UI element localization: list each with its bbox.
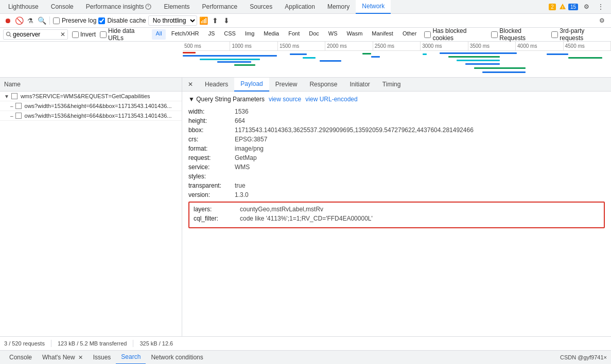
disable-cache-input[interactable] bbox=[98, 17, 105, 24]
tab-memory[interactable]: Memory bbox=[321, 0, 356, 14]
timeline-bar-9 bbox=[362, 53, 371, 54]
tab-payload[interactable]: Payload bbox=[234, 78, 269, 92]
tab-response[interactable]: Response bbox=[303, 78, 343, 92]
tick-3500: 3500 ms bbox=[468, 42, 516, 50]
tab-preview[interactable]: Preview bbox=[269, 78, 304, 92]
tab-timing[interactable]: Timing bbox=[376, 78, 407, 92]
filter-all-button[interactable]: All bbox=[152, 29, 165, 40]
bottom-tab-whats-new[interactable]: What's New ✕ bbox=[37, 351, 88, 365]
param-height-val: 664 bbox=[235, 117, 245, 124]
tab-network[interactable]: Network bbox=[356, 0, 391, 14]
tab-console[interactable]: Console bbox=[45, 0, 80, 14]
tick-4500: 4500 ms bbox=[564, 42, 611, 50]
filter-media[interactable]: Media bbox=[260, 29, 283, 40]
view-source-link[interactable]: view source bbox=[269, 96, 301, 103]
name-column-header: Name bbox=[4, 81, 21, 88]
third-party-checkbox[interactable]: 3rd-party requests bbox=[551, 27, 608, 42]
tick-2500: 2500 ms bbox=[373, 42, 421, 50]
wifi-icon[interactable]: 📶 bbox=[199, 16, 208, 25]
timeline-bar-11 bbox=[423, 53, 427, 55]
request-item-2[interactable]: – ows?width=1536&height=664&bbox=1171354… bbox=[0, 111, 182, 121]
tab-application[interactable]: Application bbox=[278, 0, 321, 14]
bottom-tab-console[interactable]: Console bbox=[4, 351, 37, 365]
tab-lighthouse[interactable]: Lighthouse bbox=[2, 0, 45, 14]
tab-elements[interactable]: Elements bbox=[158, 0, 196, 14]
detail-content: ▼ Query String Parameters view source vi… bbox=[182, 92, 611, 336]
bottom-tab-issues[interactable]: Issues bbox=[88, 351, 116, 365]
hide-data-urls-checkbox[interactable]: Hide data URLs bbox=[100, 27, 150, 42]
tab-performance[interactable]: Performance bbox=[196, 0, 244, 14]
filter-js[interactable]: JS bbox=[204, 29, 218, 40]
bottom-tab-network-conditions-label: Network conditions bbox=[151, 354, 203, 361]
param-height-key: height: bbox=[188, 117, 235, 124]
blocked-requests-checkbox[interactable]: Blocked Requests bbox=[491, 27, 547, 42]
request-item-1[interactable]: – ows?width=1536&height=664&bbox=1171354… bbox=[0, 101, 182, 111]
warning-icon: ! bbox=[559, 3, 566, 10]
svg-point-3 bbox=[7, 32, 10, 36]
detail-close-button[interactable]: ✕ bbox=[184, 78, 197, 90]
filter-clear-button[interactable]: ✕ bbox=[60, 31, 65, 38]
invert-checkbox[interactable]: Invert bbox=[72, 31, 96, 38]
tab-headers[interactable]: Headers bbox=[199, 78, 234, 92]
network-settings-icon[interactable]: ⚙ bbox=[596, 14, 608, 27]
filter-fetch-xhr[interactable]: Fetch/XHR bbox=[168, 29, 203, 40]
filter-row: ✕ Invert Hide data URLs All Fetch/XHR JS… bbox=[0, 28, 611, 42]
timeline-bar-5 bbox=[234, 64, 256, 66]
throttle-select[interactable]: No throttling bbox=[148, 15, 197, 26]
timeline-ruler: 500 ms 1000 ms 1500 ms 2000 ms 2500 ms 3… bbox=[183, 42, 611, 51]
filter-icon[interactable]: ⚗ bbox=[26, 16, 35, 25]
has-blocked-checkbox[interactable]: Has blocked cookies bbox=[424, 27, 487, 42]
filter-input[interactable] bbox=[13, 31, 59, 38]
has-blocked-input[interactable] bbox=[424, 31, 431, 38]
timeline-bar-19 bbox=[568, 57, 603, 59]
bottom-tab-network-conditions[interactable]: Network conditions bbox=[146, 351, 208, 365]
tab-initiator[interactable]: Initiator bbox=[343, 78, 376, 92]
toolbar-right-spacer: ⚙ bbox=[596, 14, 608, 27]
request-item-0[interactable]: ▼ wms?SERVICE=WMS&REQUEST=GetCapabilitie… bbox=[0, 92, 182, 101]
network-toolbar: ⏺ 🚫 ⚗ 🔍 Preserve log Disable cache No th… bbox=[0, 14, 611, 28]
view-url-encoded-link[interactable]: view URL-encoded bbox=[305, 96, 357, 103]
timeline-bar-17 bbox=[482, 71, 525, 73]
param-version-val: 1.3.0 bbox=[235, 191, 249, 198]
req-icon-0 bbox=[11, 93, 18, 99]
third-party-input[interactable] bbox=[551, 31, 558, 38]
preserve-log-input[interactable] bbox=[53, 17, 60, 24]
search-button[interactable]: 🔍 bbox=[37, 16, 46, 25]
timeline-bar-4 bbox=[217, 61, 252, 63]
param-request-key: request: bbox=[188, 154, 235, 161]
filter-ws[interactable]: WS bbox=[325, 29, 341, 40]
blocked-requests-input[interactable] bbox=[491, 31, 498, 38]
export-button[interactable]: ⬇ bbox=[222, 16, 231, 25]
preserve-log-checkbox[interactable]: Preserve log bbox=[53, 17, 96, 24]
param-service: service: WMS bbox=[188, 163, 605, 171]
param-crs: crs: EPSG:3857 bbox=[188, 136, 605, 143]
tab-performance-insights[interactable]: Performance insights bbox=[80, 0, 158, 14]
filter-input-wrap: ✕ bbox=[3, 29, 68, 40]
tick-1500: 1500 ms bbox=[278, 42, 325, 50]
hide-data-urls-input[interactable] bbox=[100, 31, 107, 38]
whats-new-close[interactable]: ✕ bbox=[78, 354, 83, 361]
bottom-tab-search[interactable]: Search bbox=[116, 351, 146, 365]
tick-3000: 3000 ms bbox=[421, 42, 468, 50]
record-button[interactable]: ⏺ bbox=[3, 16, 12, 25]
settings-icon[interactable]: ⚙ bbox=[580, 1, 592, 13]
param-service-val: WMS bbox=[235, 163, 250, 171]
timeline-bar-15 bbox=[465, 63, 500, 65]
more-icon[interactable]: ⋮ bbox=[595, 1, 607, 13]
import-button[interactable]: ⬆ bbox=[211, 16, 220, 25]
filter-wasm[interactable]: Wasm bbox=[343, 29, 366, 40]
param-layers-key: layers: bbox=[194, 206, 240, 213]
tab-sources[interactable]: Sources bbox=[243, 0, 278, 14]
filter-css[interactable]: CSS bbox=[220, 29, 239, 40]
filter-img[interactable]: Img bbox=[241, 29, 258, 40]
filter-font[interactable]: Font bbox=[285, 29, 303, 40]
param-format-key: format: bbox=[188, 145, 235, 152]
disable-cache-checkbox[interactable]: Disable cache bbox=[98, 17, 146, 24]
invert-input[interactable] bbox=[72, 31, 79, 38]
expand-arrow-2: – bbox=[10, 113, 13, 119]
filter-doc[interactable]: Doc bbox=[305, 29, 323, 40]
tick-4000: 4000 ms bbox=[516, 42, 563, 50]
filter-other[interactable]: Other bbox=[399, 29, 421, 40]
filter-manifest[interactable]: Manifest bbox=[368, 29, 397, 40]
clear-button[interactable]: 🚫 bbox=[14, 16, 24, 25]
